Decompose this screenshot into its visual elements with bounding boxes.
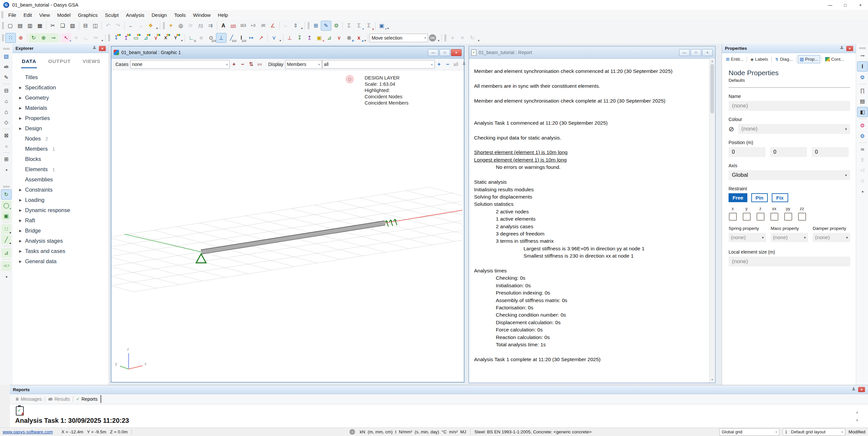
explorer-item-blocks[interactable]: Blocks bbox=[12, 154, 109, 164]
flip-elements-button[interactable]: ↧ bbox=[112, 33, 121, 42]
restraint-z-checkbox[interactable] bbox=[756, 213, 765, 221]
menu-help[interactable]: Help bbox=[214, 12, 232, 18]
graphic-title-bar[interactable]: 01_beam_tutorial : Graphic 1 — □ × bbox=[112, 47, 464, 59]
position-y-input[interactable]: 0 bbox=[770, 147, 807, 157]
new-text-view-button[interactable]: ab bbox=[1, 62, 11, 71]
report-minimize-button[interactable]: — bbox=[679, 49, 690, 56]
display-entity-combo[interactable]: Members▾ bbox=[285, 60, 322, 68]
explorer-item-assemblies[interactable]: Assemblies bbox=[12, 174, 109, 185]
menu-design[interactable]: Design bbox=[148, 12, 171, 18]
analyse-add-button[interactable]: Σ+ bbox=[354, 21, 364, 30]
undo-button[interactable]: ↶ bbox=[103, 21, 113, 30]
section-tool-button[interactable]: ⊟ bbox=[1, 86, 11, 95]
expression-button[interactable]: ƒ() bbox=[196, 21, 206, 30]
expander-icon[interactable]: ▶ bbox=[19, 106, 25, 110]
node-loads-button[interactable]: ↧ bbox=[295, 33, 305, 42]
new-graphic-view-button[interactable]: ▧ bbox=[1, 52, 11, 61]
case-limits-button[interactable]: ⇅ bbox=[247, 60, 255, 68]
expander-icon[interactable]: ▶ bbox=[19, 127, 25, 130]
explorer-item-loading[interactable]: ▶Loading bbox=[12, 195, 109, 205]
contour-settings-button[interactable]: ⚙ bbox=[858, 121, 867, 130]
explorer-item-dynamic-response[interactable]: ▶Dynamic response bbox=[12, 205, 109, 215]
collapse-left-strip-button[interactable]: ◂ bbox=[1, 165, 11, 174]
section-3d-display-button[interactable]: I bbox=[857, 61, 868, 71]
colour-select[interactable]: (none) ▾ bbox=[738, 124, 850, 134]
settlements-button[interactable]: x◄ bbox=[354, 33, 364, 42]
tab-output[interactable]: OUTPUT bbox=[48, 57, 71, 68]
expander-icon[interactable]: ▶ bbox=[19, 86, 25, 89]
expander-icon[interactable]: ▶ bbox=[19, 188, 25, 192]
explorer-pin-icon[interactable]: ╨ bbox=[93, 46, 96, 51]
small-frame-tool-button[interactable]: ⌂ bbox=[1, 141, 11, 151]
toolbar-grip[interactable] bbox=[2, 22, 4, 29]
explorer-close-icon[interactable]: × bbox=[99, 46, 106, 51]
maximize-button[interactable]: □ bbox=[838, 0, 853, 10]
explorer-item-design[interactable]: ▶Design bbox=[12, 123, 109, 134]
hide-entities-button[interactable]: ⊠ bbox=[1, 130, 11, 140]
report-scrollbar[interactable]: ▲ ▼ bbox=[709, 58, 715, 383]
reports-close-icon[interactable]: × bbox=[858, 387, 865, 392]
expander-icon[interactable]: ▶ bbox=[19, 239, 25, 243]
fewer-decimals-button[interactable]: .00 bbox=[258, 21, 268, 30]
report-close-button[interactable]: × bbox=[702, 49, 713, 56]
dropdown-arrow-icon[interactable]: ▾ bbox=[437, 39, 440, 44]
expander-icon[interactable]: ▶ bbox=[19, 229, 25, 233]
restraint-zz-checkbox[interactable] bbox=[798, 213, 806, 221]
tab-views[interactable]: VIEWS bbox=[82, 57, 101, 68]
toolbar-grip[interactable] bbox=[444, 34, 446, 41]
sculpt-arc-button[interactable]: ↻ bbox=[29, 33, 38, 42]
restraint-x-checkbox[interactable] bbox=[729, 213, 737, 221]
position-x-input[interactable]: 0 bbox=[728, 147, 766, 157]
print-preview-button[interactable]: ◫ bbox=[90, 21, 100, 30]
diagram-settings-button[interactable]: ⚙ bbox=[858, 131, 867, 141]
dropdown-arrow-icon[interactable]: ▾ bbox=[156, 27, 159, 32]
apply-selection-button[interactable]: OK bbox=[429, 34, 436, 41]
save-model-button[interactable]: ▦ bbox=[35, 21, 45, 30]
graphic-maximize-button[interactable]: □ bbox=[439, 49, 450, 56]
explorer-item-members[interactable]: Members1 bbox=[12, 144, 109, 154]
reports-pin-icon[interactable]: ╨ bbox=[852, 387, 855, 392]
expander-icon[interactable]: ▶ bbox=[19, 96, 25, 99]
cut-button[interactable]: ✂ bbox=[48, 21, 58, 30]
explorer-item-geometry[interactable]: ▶Geometry bbox=[12, 93, 109, 103]
explorer-item-titles[interactable]: Titles bbox=[12, 72, 109, 83]
releases-display-button[interactable]: ↦ bbox=[246, 33, 256, 42]
scale-x2-button[interactable]: ×2 bbox=[858, 166, 867, 175]
properties-tab-cont[interactable]: Cont... bbox=[823, 55, 846, 63]
restraint-y-checkbox[interactable] bbox=[743, 213, 751, 221]
animation-tool-button[interactable]: ▤ bbox=[858, 96, 867, 106]
sync-button[interactable]: ⟳ bbox=[186, 21, 196, 30]
close-button[interactable]: × bbox=[853, 0, 868, 10]
scale-half-button[interactable]: /2 bbox=[858, 176, 867, 186]
sculpt-link-button[interactable]: ⊸ bbox=[49, 33, 58, 42]
explorer-item-materials[interactable]: ▶Materials bbox=[12, 103, 109, 113]
animate-case-button[interactable]: ((•)) bbox=[255, 60, 264, 68]
explorer-item-nodes[interactable]: Nodes2 bbox=[12, 134, 109, 144]
modify-releases-button[interactable]: ∨ bbox=[151, 33, 161, 42]
reports-tab-results[interactable]: abResults bbox=[45, 395, 73, 403]
explorer-item-tasks-and-cases[interactable]: ▶Tasks and cases bbox=[12, 246, 109, 256]
expander-icon[interactable]: ▶ bbox=[19, 116, 25, 120]
add-case-button[interactable]: + bbox=[230, 60, 238, 68]
node-frame-tool-button[interactable]: ⌂ bbox=[1, 96, 11, 106]
manage-tasks-button[interactable]: ⚙ bbox=[331, 21, 341, 30]
dropdown-arrow-icon[interactable]: ▾ bbox=[101, 39, 104, 44]
dimension-tool-button[interactable]: ⊸ bbox=[858, 51, 867, 60]
remove-case-button[interactable]: − bbox=[238, 60, 247, 68]
select-nodes-button[interactable]: ∷▸ bbox=[1, 224, 11, 234]
display-list-combo[interactable]: all▾ bbox=[322, 60, 435, 68]
menu-analysis[interactable]: Analysis bbox=[122, 12, 148, 18]
properties-close-icon[interactable]: × bbox=[846, 46, 853, 51]
local-element-size-input[interactable]: (none) bbox=[728, 257, 850, 266]
expander-icon[interactable]: ▶ bbox=[19, 249, 25, 253]
units-button[interactable]: cm bbox=[228, 21, 238, 30]
analyse-all-button[interactable]: Σ bbox=[344, 21, 354, 30]
status-cancel-icon[interactable]: × bbox=[349, 429, 355, 435]
thermal-loads-button[interactable]: ∨ bbox=[334, 33, 344, 42]
explorer-item-general-data[interactable]: ▶General data bbox=[12, 256, 109, 266]
damper-property-select[interactable]: (none) ▾ bbox=[813, 233, 850, 242]
back-view-button[interactable]: ← bbox=[126, 21, 136, 30]
explorer-item-constraints[interactable]: ▶Constraints bbox=[12, 185, 109, 195]
dropdown-arrow-icon[interactable]: ▾ bbox=[181, 39, 184, 44]
delete-nodes-button[interactable]: × bbox=[458, 33, 467, 42]
